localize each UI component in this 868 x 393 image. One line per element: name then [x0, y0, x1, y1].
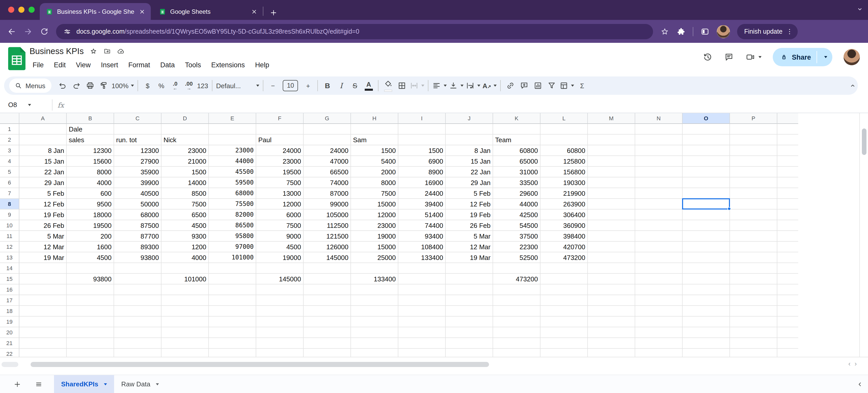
cell-J12[interactable]: 12 Mar [446, 242, 493, 252]
cell-G3[interactable]: 24000 [304, 145, 351, 156]
cell-F15[interactable]: 145000 [256, 274, 304, 284]
cell-P11[interactable] [730, 231, 777, 242]
cell-L11[interactable]: 398400 [540, 231, 588, 242]
cell-N16[interactable] [635, 284, 683, 295]
cell-C11[interactable]: 87700 [114, 231, 161, 242]
valign-icon[interactable] [448, 79, 465, 93]
cell-I7[interactable]: 24400 [398, 188, 446, 199]
cell-N15[interactable] [635, 274, 683, 284]
cell-D16[interactable] [161, 284, 209, 295]
cell-E3[interactable]: 23000 [209, 145, 256, 156]
cell-partial[interactable] [777, 220, 798, 231]
decrease-decimal-button[interactable]: .0← [168, 79, 182, 93]
zoom-select-button[interactable]: 100% [111, 79, 135, 93]
row-header-14[interactable]: 14 [0, 263, 19, 274]
cell-M12[interactable] [588, 242, 635, 252]
cell-H18[interactable] [351, 306, 398, 316]
add-sheet-button[interactable] [13, 380, 21, 388]
cell-M14[interactable] [588, 263, 635, 274]
cell-J21[interactable] [446, 338, 493, 349]
cell-partial[interactable] [777, 156, 798, 167]
cell-O16[interactable] [683, 284, 730, 295]
cell-P1[interactable] [730, 124, 777, 134]
meet-button[interactable] [745, 52, 762, 62]
cell-L19[interactable] [540, 316, 588, 327]
cell-G14[interactable] [304, 263, 351, 274]
cell-P10[interactable] [730, 220, 777, 231]
cell-H16[interactable] [351, 284, 398, 295]
version-history-icon[interactable] [703, 52, 713, 62]
cell-L20[interactable] [540, 327, 588, 338]
cell-H7[interactable]: 7500 [351, 188, 398, 199]
horizontal-scrollbar-thumb[interactable] [31, 362, 489, 367]
cell-H17[interactable] [351, 295, 398, 306]
cell-D9[interactable]: 6500 [161, 210, 209, 220]
cell-F4[interactable]: 23000 [256, 156, 304, 167]
cell-A7[interactable]: 5 Feb [19, 188, 67, 199]
cell-K14[interactable] [493, 263, 540, 274]
cell-C21[interactable] [114, 338, 161, 349]
cell-D15[interactable]: 101000 [161, 274, 209, 284]
cell-C14[interactable] [114, 263, 161, 274]
cell-G9[interactable]: 105000 [304, 210, 351, 220]
increase-font-size-button[interactable]: + [301, 79, 315, 93]
cell-F14[interactable] [256, 263, 304, 274]
cell-K17[interactable] [493, 295, 540, 306]
cell-O21[interactable] [683, 338, 730, 349]
fill-handle[interactable] [727, 207, 731, 211]
bold-button[interactable]: B [321, 79, 334, 93]
cell-M21[interactable] [588, 338, 635, 349]
cell-G11[interactable]: 121500 [304, 231, 351, 242]
cell-B14[interactable] [67, 263, 114, 274]
cell-A21[interactable] [19, 338, 67, 349]
side-panel-icon[interactable] [701, 27, 710, 36]
cell-L3[interactable]: 60800 [540, 145, 588, 156]
cell-N12[interactable] [635, 242, 683, 252]
side-panel-toggle-icon[interactable] [856, 380, 864, 388]
cell-partial[interactable] [777, 177, 798, 188]
cell-E13[interactable]: 101000 [209, 252, 256, 263]
cell-E8[interactable]: 75500 [209, 199, 256, 210]
cell-A15[interactable] [19, 274, 67, 284]
funnel-icon[interactable] [545, 79, 558, 93]
spreadsheet-grid[interactable]: ABCDEFGHIJKLMNOP1Dale2salesrun. totNickP… [0, 113, 798, 357]
cell-D10[interactable]: 4500 [161, 220, 209, 231]
cell-C17[interactable] [114, 295, 161, 306]
cell-J6[interactable]: 29 Jan [446, 177, 493, 188]
cell-I18[interactable] [398, 306, 446, 316]
table-view-icon[interactable] [558, 79, 575, 93]
close-window-button[interactable] [8, 7, 14, 13]
cell-F18[interactable] [256, 306, 304, 316]
cell-E5[interactable]: 45500 [209, 167, 256, 177]
row-header-11[interactable]: 11 [0, 231, 19, 242]
cell-F6[interactable]: 7500 [256, 177, 304, 188]
browser-menu-icon[interactable] [785, 27, 794, 35]
cell-B10[interactable]: 19500 [67, 220, 114, 231]
cell-P12[interactable] [730, 242, 777, 252]
wrap-icon[interactable] [465, 79, 482, 93]
cell-partial[interactable] [777, 124, 798, 134]
text-rotation-button[interactable]: A↗ [482, 79, 498, 93]
cell-N10[interactable] [635, 220, 683, 231]
cell-H11[interactable]: 19000 [351, 231, 398, 242]
cell-O11[interactable] [683, 231, 730, 242]
cell-M22[interactable] [588, 349, 635, 357]
cell-J14[interactable] [446, 263, 493, 274]
name-box[interactable]: O8 [0, 101, 51, 109]
cell-C10[interactable]: 87500 [114, 220, 161, 231]
cell-O2[interactable] [683, 134, 730, 145]
cell-M11[interactable] [588, 231, 635, 242]
cell-F13[interactable]: 19000 [256, 252, 304, 263]
cell-E19[interactable] [209, 316, 256, 327]
cell-F12[interactable]: 4500 [256, 242, 304, 252]
cell-F16[interactable] [256, 284, 304, 295]
cell-O6[interactable] [683, 177, 730, 188]
cell-I6[interactable]: 16900 [398, 177, 446, 188]
cell-I11[interactable]: 93400 [398, 231, 446, 242]
cell-P14[interactable] [730, 263, 777, 274]
row-header-18[interactable]: 18 [0, 306, 19, 316]
cell-partial[interactable] [777, 231, 798, 242]
column-header-L[interactable]: L [540, 113, 588, 124]
browser-tab-active[interactable]: Business KPIs - Google Sheets [40, 3, 151, 20]
cell-G10[interactable]: 112500 [304, 220, 351, 231]
